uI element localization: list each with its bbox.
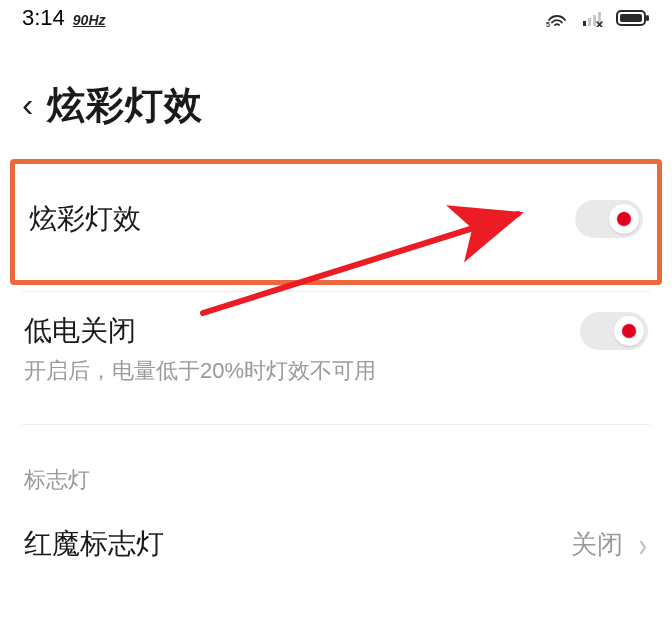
low-battery-off-toggle[interactable]: [580, 312, 648, 350]
page-header: ‹ 炫彩灯效: [0, 36, 672, 141]
battery-icon: [616, 8, 650, 28]
low-battery-off-label: 低电关闭: [24, 312, 136, 350]
status-right: 5: [544, 8, 650, 28]
section-spacer: [0, 425, 672, 463]
status-time: 3:14: [22, 5, 65, 31]
low-battery-off-sub: 开启后，电量低于20%时灯效不可用: [24, 356, 648, 386]
svg-rect-9: [646, 15, 649, 21]
logo-light-row[interactable]: 红魔标志灯 关闭 ›: [0, 495, 672, 585]
wifi-icon: 5: [544, 8, 570, 28]
page-title: 炫彩灯效: [47, 80, 203, 131]
light-effect-row-highlight: 炫彩灯效: [10, 159, 662, 285]
svg-rect-1: [583, 21, 586, 26]
logo-light-value: 关闭: [571, 527, 623, 562]
low-battery-off-row: 低电关闭 开启后，电量低于20%时灯效不可用: [0, 292, 672, 412]
back-icon[interactable]: ‹: [22, 87, 33, 121]
logo-light-right: 关闭 ›: [571, 527, 648, 562]
cellular-no-signal-icon: [580, 8, 606, 28]
section-title: 标志灯: [0, 463, 672, 495]
svg-rect-3: [593, 15, 596, 26]
light-effect-toggle[interactable]: [575, 200, 643, 238]
svg-rect-2: [588, 18, 591, 26]
toggle-indicator-icon: [622, 324, 636, 338]
toggle-knob: [609, 204, 639, 234]
svg-rect-8: [620, 14, 642, 22]
status-refresh-rate: 90Hz: [73, 12, 106, 28]
svg-text:5: 5: [546, 21, 550, 28]
toggle-indicator-icon: [617, 212, 631, 226]
status-bar: 3:14 90Hz 5: [0, 0, 672, 36]
logo-light-label: 红魔标志灯: [24, 525, 164, 563]
light-effect-label: 炫彩灯效: [29, 200, 141, 238]
chevron-right-icon: ›: [638, 527, 646, 561]
toggle-knob: [614, 316, 644, 346]
status-left: 3:14 90Hz: [22, 5, 106, 31]
